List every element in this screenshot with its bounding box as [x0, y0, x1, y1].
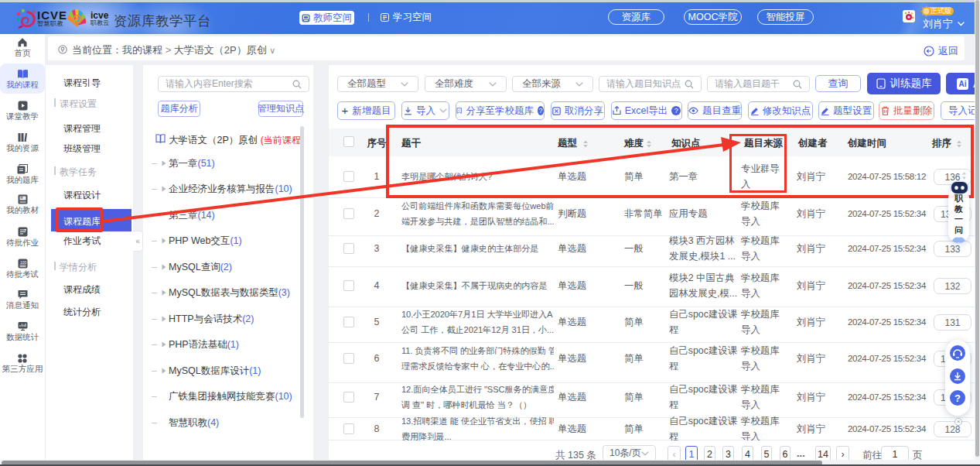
svg-text:100: 100 [20, 260, 27, 265]
